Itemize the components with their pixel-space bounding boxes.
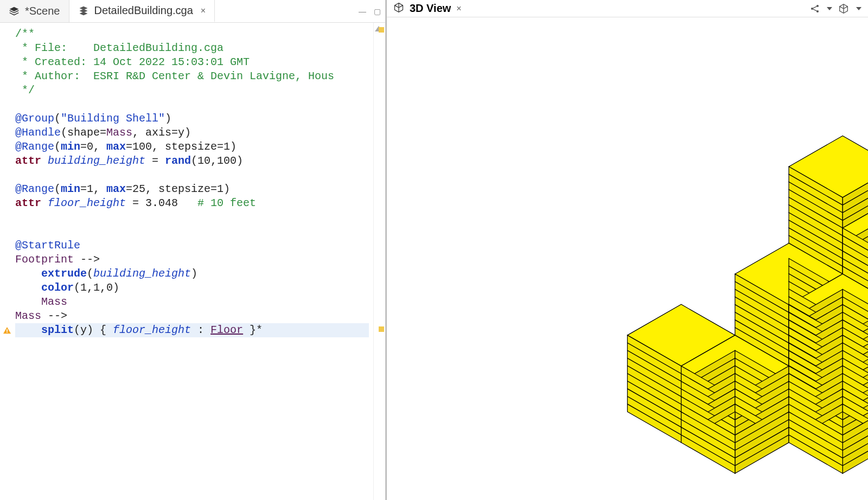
close-icon[interactable]: × xyxy=(456,4,461,14)
window-controls: — ▢ xyxy=(359,0,381,22)
layers-icon xyxy=(9,6,20,17)
dropdown-icon[interactable] xyxy=(827,7,832,10)
cube-stack-icon xyxy=(78,5,89,16)
svg-point-2 xyxy=(811,7,813,9)
svg-rect-1 xyxy=(7,332,8,333)
gutter xyxy=(0,23,15,500)
tab-scene[interactable]: *Scene xyxy=(0,0,69,22)
3d-viewport[interactable] xyxy=(387,17,868,500)
view-title: 3D View xyxy=(410,2,451,15)
maximize-icon[interactable]: ▢ xyxy=(374,7,381,16)
editor-tab-bar: *Scene DetailedBuilding.cga × — ▢ xyxy=(0,0,385,23)
tab-label: *Scene xyxy=(25,5,60,17)
tab-detailedbuilding[interactable]: DetailedBuilding.cga × xyxy=(69,0,215,22)
overview-ruler[interactable] xyxy=(373,23,385,500)
svg-point-3 xyxy=(816,4,819,7)
cube-view-icon[interactable] xyxy=(838,3,850,15)
warning-icon xyxy=(3,326,11,334)
view-toolbar xyxy=(809,3,861,15)
tab-label: DetailedBuilding.cga xyxy=(94,4,193,17)
code-editor[interactable]: /** * File: DetailedBuilding.cga * Creat… xyxy=(15,23,373,500)
close-icon[interactable]: × xyxy=(201,6,206,16)
minimize-icon[interactable]: — xyxy=(359,7,366,16)
share-icon[interactable] xyxy=(809,3,820,14)
view-tab-bar: 3D View × xyxy=(387,0,868,17)
svg-rect-0 xyxy=(7,329,8,331)
ruler-marker xyxy=(379,326,384,332)
svg-point-4 xyxy=(816,10,819,12)
dropdown-icon[interactable] xyxy=(856,7,861,10)
cube-icon xyxy=(393,2,404,15)
ruler-marker xyxy=(379,27,384,33)
